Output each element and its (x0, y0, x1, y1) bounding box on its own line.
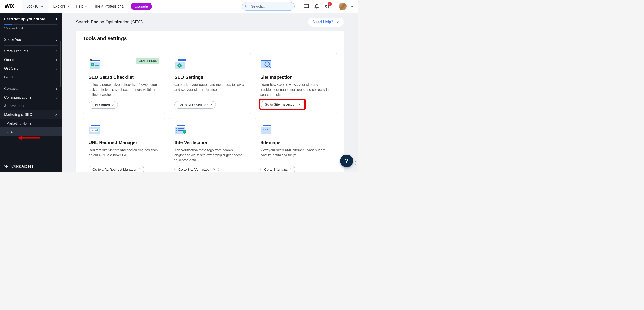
svg-rect-7 (95, 65, 98, 66)
redirect-icon: www (88, 124, 101, 135)
sidebar-item-faqs[interactable]: FAQs (0, 73, 62, 81)
sidebar-item-communications[interactable]: Communications (0, 93, 62, 102)
card-desc: Learn how Google views your site and tro… (260, 82, 331, 97)
chevron-right-icon (112, 104, 114, 106)
chevron-down-icon (41, 5, 44, 7)
content-area: Search Engine Optimization (SEO) Need He… (62, 13, 358, 172)
svg-text:</>: </> (264, 128, 268, 131)
divider (299, 3, 299, 9)
chevron-right-icon (56, 50, 58, 52)
sidebar-item-automations[interactable]: Automations (0, 102, 62, 110)
chevron-down-icon (336, 21, 339, 23)
svg-rect-23 (177, 124, 185, 126)
divider (4, 137, 58, 137)
sidebar-subitem-marketing-home[interactable]: Marketing Home (0, 119, 62, 127)
card-sitemaps: </> Sitemaps View your site's XML sitema… (254, 118, 337, 172)
quick-access[interactable]: Quick Access (0, 160, 62, 172)
checklist-icon: G (88, 58, 101, 70)
topbar-right: 1 (242, 2, 358, 11)
search-input[interactable] (251, 4, 291, 8)
svg-point-27 (176, 130, 178, 131)
upgrade-button[interactable]: Upgrade (131, 2, 152, 10)
chat-icon[interactable] (303, 3, 310, 9)
svg-point-29 (176, 132, 178, 133)
progress-bar (4, 24, 58, 24)
svg-rect-9 (178, 59, 186, 61)
search-icon (245, 4, 249, 8)
search-box[interactable] (242, 2, 295, 11)
megaphone-icon[interactable]: 1 (324, 3, 330, 9)
nav-explore[interactable]: Explore (53, 4, 70, 8)
setup-title[interactable]: Let's set up your store (4, 17, 58, 21)
svg-rect-18 (91, 124, 100, 126)
chevron-down-icon (85, 5, 87, 7)
sidebar-item-marketing-seo[interactable]: Marketing & SEO (0, 110, 62, 119)
sidebar-item-contacts[interactable]: Contacts (0, 84, 62, 93)
svg-rect-35 (266, 132, 269, 132)
wix-logo[interactable]: WIX (0, 3, 22, 9)
sidebar-item-gift-card[interactable]: Gift Card (0, 64, 62, 73)
sidebar-scroll[interactable]: Site & App Store Products Orders Gift Ca… (0, 32, 62, 160)
chevron-down-icon[interactable] (351, 5, 354, 7)
site-verification-button[interactable]: Go to Site Verification (174, 166, 219, 173)
svg-rect-34 (262, 132, 265, 132)
bell-icon[interactable] (314, 3, 320, 9)
tools-panel: Tools and settings G START HERE SEO Setu… (76, 31, 344, 172)
settings-icon (174, 58, 187, 70)
start-here-badge: START HERE (136, 58, 160, 64)
divider (4, 83, 58, 83)
card-seo-checklist: G START HERE SEO Setup Checklist Follow … (83, 52, 165, 114)
sidebar-subitem-seo[interactable]: SEO (0, 127, 62, 136)
nav-hire[interactable]: Hire a Professional (94, 4, 124, 8)
chevron-right-icon (298, 103, 300, 106)
sitemaps-icon: </> (260, 124, 273, 135)
svg-rect-31 (262, 124, 271, 126)
svg-rect-13 (261, 60, 271, 61)
svg-rect-30 (178, 132, 181, 132)
card-title: Site Verification (174, 140, 245, 145)
card-title: URL Redirect Manager (88, 140, 160, 145)
notification-badge: 1 (328, 2, 332, 6)
tools-header: Tools and settings (76, 31, 344, 46)
nav-help[interactable]: Help (76, 4, 87, 8)
need-help-button[interactable]: Need Help? (308, 17, 344, 27)
get-started-button[interactable]: Get Started (88, 101, 118, 109)
chevron-right-icon (56, 38, 58, 41)
help-fab[interactable]: ? (340, 155, 353, 167)
sidebar-item-site-app[interactable]: Site & App (0, 35, 62, 44)
chevron-right-icon (290, 168, 292, 171)
chevron-right-icon (214, 168, 215, 171)
svg-point-0 (246, 5, 248, 7)
sitemaps-button[interactable]: Go to Sitemaps (260, 166, 295, 173)
svg-point-22 (96, 129, 98, 131)
svg-line-1 (248, 7, 248, 7)
seo-settings-button[interactable]: Go to SEO Settings (174, 101, 216, 109)
site-inspection-button[interactable]: Go to Site Inspection (261, 101, 304, 108)
avatar[interactable] (339, 2, 346, 10)
chevron-right-icon (56, 59, 58, 61)
card-desc: Customize your pages and meta tags for S… (174, 82, 245, 98)
progress-text: 1/7 completed (4, 26, 58, 30)
chevron-right-icon (210, 104, 212, 106)
site-selector[interactable]: Look10 (22, 0, 48, 13)
chevron-right-icon (56, 88, 58, 90)
chevron-up-icon (55, 114, 58, 116)
help-fab-more[interactable] (354, 161, 357, 165)
sidebar-item-orders[interactable]: Orders (0, 55, 62, 64)
url-redirect-button[interactable]: Go to URL Redirect Manager (88, 166, 144, 173)
sparkle-icon (4, 164, 9, 169)
card-url-redirect: www URL Redirect Manager Redirect site v… (83, 118, 165, 172)
topnav: Explore Help Hire a Professional Upgrade (48, 2, 152, 10)
svg-point-25 (176, 128, 178, 129)
chevron-down-icon (67, 5, 70, 7)
page-title: Search Engine Optimization (SEO) (76, 19, 143, 24)
sidebar-item-store-products[interactable]: Store Products (0, 47, 62, 55)
svg-point-12 (179, 65, 180, 66)
card-site-inspection: Site Inspection Learn how Google views y… (254, 52, 337, 114)
svg-text:www: www (91, 129, 96, 131)
scrollbar[interactable] (60, 41, 61, 87)
svg-rect-2 (304, 4, 308, 7)
sidebar: Let's set up your store 1/7 completed Si… (0, 13, 62, 172)
highlight-annotation: Go to Site Inspection (260, 100, 304, 109)
site-name: Look10 (26, 4, 38, 8)
